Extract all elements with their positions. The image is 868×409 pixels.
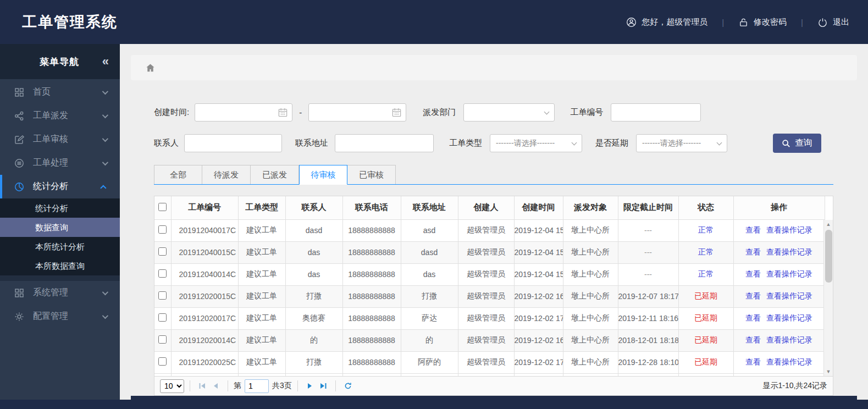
row-checkbox[interactable] xyxy=(158,291,167,300)
order-no-input[interactable] xyxy=(611,104,700,121)
cell-phone: 18888888888 xyxy=(342,351,401,373)
cell-contact: das xyxy=(285,263,342,285)
next-page-button[interactable] xyxy=(303,379,317,393)
col-created: 创建时间 xyxy=(514,196,563,219)
tab-dispatched[interactable]: 已派发 xyxy=(251,165,299,184)
calendar-icon[interactable] xyxy=(391,107,402,118)
cell-empty xyxy=(733,373,825,376)
page-number-input[interactable] xyxy=(245,379,269,393)
cell-phone: 18888888888 xyxy=(342,285,401,307)
tab-all[interactable]: 全部 xyxy=(154,165,202,184)
view-log-link[interactable]: 查看操作记录 xyxy=(766,335,812,344)
change-password-button[interactable]: 修改密码 xyxy=(738,17,787,27)
scroll-down-icon[interactable]: ▼ xyxy=(824,367,833,376)
view-link[interactable]: 查看 xyxy=(745,247,761,256)
dispatch-dept-select[interactable] xyxy=(463,103,555,121)
view-link[interactable]: 查看 xyxy=(745,357,761,366)
view-link[interactable]: 查看 xyxy=(745,225,761,234)
cell-order-no: 201912040017C xyxy=(171,219,238,241)
view-log-link[interactable]: 查看操作记录 xyxy=(766,247,812,256)
prev-page-button[interactable] xyxy=(209,379,222,393)
sidebar-item-home[interactable]: 首页 xyxy=(0,80,120,104)
order-no-field[interactable] xyxy=(611,103,701,121)
calendar-icon[interactable] xyxy=(278,107,288,118)
page-prefix-label: 第 xyxy=(234,381,241,391)
pager-divider xyxy=(190,380,190,391)
cell-contact: dasd xyxy=(285,219,342,241)
search-button[interactable]: 查询 xyxy=(773,134,821,153)
order-no-label: 工单编号 xyxy=(570,107,603,118)
table-row: 201912040015C建议工单das18888888888dasd超级管理员… xyxy=(154,241,825,263)
view-log-link[interactable]: 查看操作记录 xyxy=(766,313,812,322)
date-to-field[interactable] xyxy=(308,103,406,121)
order-type-select[interactable]: -------请选择------- xyxy=(490,134,582,152)
submenu-item-local-data-query[interactable]: 本所数据查询 xyxy=(0,256,120,275)
cell-order-type: 建议工单 xyxy=(238,263,285,285)
row-checkbox[interactable] xyxy=(158,335,167,344)
cell-creator: 超级管理员 xyxy=(458,307,514,329)
cell-created: 2019-12-02 16 xyxy=(514,329,563,351)
address-input[interactable] xyxy=(335,135,433,152)
sidebar-item-config[interactable]: 配置管理 xyxy=(0,305,120,328)
contact-input[interactable] xyxy=(185,135,281,152)
view-link[interactable]: 查看 xyxy=(745,269,761,278)
main-content: 创建时间: - 派发部门 xyxy=(120,44,868,400)
tab-pending-dispatch[interactable]: 待派发 xyxy=(202,165,251,184)
order-type-label: 工单类型 xyxy=(449,138,482,148)
sidebar-item-review[interactable]: 工单审核 xyxy=(0,128,120,151)
cell-target: 墩上中心所 xyxy=(563,285,618,307)
view-link[interactable]: 查看 xyxy=(745,335,761,344)
sidebar-item-system[interactable]: 系统管理 xyxy=(0,281,120,305)
date-from-field[interactable] xyxy=(195,103,292,121)
view-log-link[interactable]: 查看操作记录 xyxy=(766,225,812,234)
cell-target: 墩上中心所 xyxy=(563,351,618,373)
submenu-item-data-query[interactable]: 数据查询 xyxy=(0,218,120,237)
page-size-select[interactable]: 10 xyxy=(160,379,184,393)
scroll-up-icon[interactable]: ▲ xyxy=(824,220,833,229)
col-target: 派发对象 xyxy=(563,196,618,219)
cell-creator: 超级管理员 xyxy=(458,351,514,373)
cell-contact: 打撒 xyxy=(285,285,342,307)
sidebar-collapse-button[interactable]: « xyxy=(102,54,108,69)
row-checkbox[interactable] xyxy=(158,269,167,278)
tab-reviewed[interactable]: 已审核 xyxy=(347,165,396,184)
address-field[interactable] xyxy=(335,134,434,152)
view-link[interactable]: 查看 xyxy=(745,313,761,322)
sidebar-item-dispatch[interactable]: 工单派发 xyxy=(0,104,120,128)
sidebar-item-process[interactable]: 工单处理 xyxy=(0,151,120,175)
table-scrollbar[interactable]: ▲ ▼ xyxy=(823,220,833,376)
table-row: 201912020015C建议工单打撒18888888888打撒超级管理员201… xyxy=(154,285,825,307)
row-checkbox[interactable] xyxy=(158,357,167,366)
select-all-checkbox[interactable] xyxy=(158,203,167,211)
home-icon[interactable] xyxy=(145,63,156,73)
logout-button[interactable]: 退出 xyxy=(817,17,849,27)
table-row: 201912020014C建议工单的18888888888的超级管理员2019-… xyxy=(154,329,825,351)
row-checkbox[interactable] xyxy=(158,313,167,322)
view-log-link[interactable]: 查看操作记录 xyxy=(766,291,812,300)
footer-band xyxy=(131,396,857,400)
row-checkbox[interactable] xyxy=(158,225,167,234)
view-log-link[interactable]: 查看操作记录 xyxy=(766,357,812,366)
contact-field[interactable] xyxy=(184,134,282,152)
sidebar-item-label: 工单处理 xyxy=(33,157,68,169)
submenu-item-local-statistics[interactable]: 本所统计分析 xyxy=(0,237,120,256)
sidebar-item-statistics[interactable]: 统计分析 xyxy=(0,175,120,198)
refresh-button[interactable] xyxy=(341,379,355,393)
scrollbar-thumb[interactable] xyxy=(825,230,832,283)
cell-empty xyxy=(238,373,285,376)
scrollbar-track[interactable] xyxy=(824,229,833,367)
submenu-item-statistics[interactable]: 统计分析 xyxy=(0,198,120,218)
tab-pending-review[interactable]: 待审核 xyxy=(299,165,347,185)
view-link[interactable]: 查看 xyxy=(745,291,761,300)
table-row: 201912020017C建议工单奥德赛18888888888萨达超级管理员20… xyxy=(154,307,825,329)
cell-order-no: 201912020017C xyxy=(171,307,238,329)
cell-order-no: 201912040014C xyxy=(171,263,238,285)
view-log-link[interactable]: 查看操作记录 xyxy=(766,269,812,278)
row-checkbox[interactable] xyxy=(158,247,167,256)
is-delayed-select[interactable]: -------请选择------- xyxy=(636,134,727,152)
cell-operations: 查看查看操作记录 xyxy=(733,263,825,285)
first-page-button[interactable] xyxy=(196,379,209,393)
last-page-button[interactable] xyxy=(317,379,330,393)
user-greeting[interactable]: 您好，超级管理员 xyxy=(626,17,707,27)
record-summary: 显示1-10,共24记录 xyxy=(763,381,827,391)
